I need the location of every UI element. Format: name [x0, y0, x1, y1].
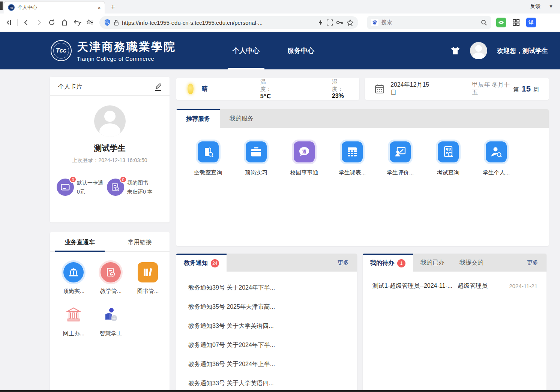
- service-item[interactable]: 学生课表...: [340, 141, 365, 176]
- last-login: 上次登录：2024-12-13 16:03:50: [58, 157, 161, 170]
- sun-icon: [188, 84, 194, 94]
- stat-label: 我的图书: [127, 180, 148, 186]
- briefcase-icon: [246, 141, 267, 162]
- service-item[interactable]: 学生个人...: [484, 141, 509, 176]
- stat-value: 0元: [77, 189, 85, 195]
- site-favicon: Tcc: [8, 4, 15, 11]
- nav-personal-center[interactable]: 个人中心: [230, 32, 263, 69]
- tab-my-done[interactable]: 我的已办: [413, 254, 452, 272]
- profile-name: 测试学生: [50, 143, 170, 153]
- chevron-down-icon[interactable]: ▼: [549, 4, 553, 9]
- campus-card-stat[interactable]: 0 默认一卡通 0元: [57, 179, 103, 197]
- service-item[interactable]: 空教室查询: [196, 141, 221, 176]
- calendar-icon: [375, 84, 384, 94]
- profile-card: 个人卡片 测试学生 上次登录：2024-12-13 16:03:50 0 默认一…: [50, 77, 170, 222]
- lightning-icon[interactable]: [318, 19, 323, 26]
- tab-my-services[interactable]: 我的服务: [220, 109, 263, 128]
- tab-common-links[interactable]: 常用链接: [110, 232, 170, 251]
- url-text[interactable]: https://info-tcc1955-edu-cn-s.tcc1955.ed…: [122, 20, 315, 26]
- status-badge: 0: [69, 176, 77, 183]
- browser-tab[interactable]: Tcc 个人中心 ×: [4, 1, 105, 14]
- week-number: 第15周: [513, 84, 539, 94]
- my-books-stat[interactable]: 0 我的图书 未归还0 本: [107, 179, 153, 197]
- eye-protect-extension-icon[interactable]: [496, 18, 506, 27]
- notice-item[interactable]: 教务通知35号 2025年天津市高...: [188, 297, 353, 317]
- quick-link-item[interactable]: 教学管...: [92, 262, 129, 295]
- toolbar-divider: [17, 19, 18, 26]
- edit-pencil-icon[interactable]: [155, 83, 161, 91]
- shield-icon[interactable]: [104, 19, 111, 26]
- tab-my-submitted[interactable]: 我提交的: [452, 254, 491, 272]
- notices-panel: 教务通知 24 更多 教务通知39号 关于2024年下半... 教务通知35号 …: [176, 254, 357, 392]
- search-input[interactable]: 搜索: [381, 19, 477, 26]
- school-name-en: Tianjin College of Commerce: [77, 56, 176, 62]
- window-fragment: [0, 2, 3, 10]
- forward-button[interactable]: [33, 17, 45, 28]
- tab-recommended-services[interactable]: 推荐服务: [176, 109, 220, 128]
- key-icon[interactable]: [336, 20, 344, 25]
- sidebar-toggle-icon[interactable]: [3, 17, 14, 28]
- screenshot-icon[interactable]: [326, 19, 333, 26]
- school-name: 天津商務職業學院: [77, 39, 176, 55]
- todo-title: 测试1-超级管理员--2024-11-...: [372, 282, 452, 290]
- todo-date: 2024-11-21: [509, 283, 537, 289]
- quick-link-item[interactable]: 网上办...: [55, 305, 92, 337]
- lock-icon[interactable]: [114, 19, 119, 26]
- tab-close-icon[interactable]: ×: [98, 5, 101, 11]
- weather-card: 晴 温度：5℃ 湿度：23%: [176, 78, 359, 100]
- back-button[interactable]: [21, 17, 32, 28]
- search-magnifier-icon[interactable]: [480, 19, 487, 26]
- quick-link-item[interactable]: 图书管...: [129, 262, 167, 295]
- home-button[interactable]: [59, 17, 70, 28]
- school-logo-icon: Tcc: [51, 40, 72, 61]
- doc-check-icon: [101, 262, 121, 282]
- new-tab-button[interactable]: +: [108, 2, 118, 12]
- service-item[interactable]: 考试 考试查询: [436, 141, 461, 176]
- search-box[interactable]: 搜索: [367, 16, 491, 29]
- extensions-grid-icon[interactable]: [511, 18, 521, 27]
- notice-item[interactable]: 教务通知33号 关于大学英语四...: [188, 317, 353, 336]
- star-icon[interactable]: [347, 19, 354, 26]
- user-avatar[interactable]: [470, 42, 487, 59]
- profile-avatar[interactable]: [94, 105, 126, 137]
- profile-card-title: 个人卡片: [58, 83, 82, 91]
- teacher-board-icon: [390, 141, 411, 162]
- notice-item[interactable]: 教务通知07号 关于2024年下半...: [188, 336, 353, 355]
- tab-my-todo[interactable]: 我的待办 1: [363, 254, 413, 272]
- feedback-link[interactable]: 反馈: [530, 3, 540, 10]
- main-content: 个人卡片 测试学生 上次登录：2024-12-13 16:03:50 0 默认一…: [0, 69, 560, 392]
- theme-shirt-icon[interactable]: [450, 46, 460, 55]
- tab-academic-notices[interactable]: 教务通知 24: [176, 254, 227, 272]
- translate-extension-icon[interactable]: 译: [526, 18, 536, 27]
- weather-condition: 晴: [202, 85, 208, 93]
- notice-item[interactable]: 教务通知39号 关于2024年下半...: [188, 278, 353, 297]
- todos-panel: 我的待办 1 我的已办 我提交的 更多 测试1-超级管理员--2024-11-.…: [363, 254, 546, 392]
- todos-more-link[interactable]: 更多: [527, 259, 546, 266]
- chat-tong-icon: 通: [294, 141, 315, 162]
- bookmarks-list-icon[interactable]: [84, 17, 96, 28]
- person-book-icon: [101, 305, 121, 325]
- tab-business-express[interactable]: 业务直通车: [50, 232, 110, 251]
- notice-item[interactable]: 教务通知36号 关于2024年上半...: [188, 355, 353, 374]
- person-search-icon: [486, 141, 507, 162]
- quick-link-item[interactable]: 智慧学工: [92, 305, 129, 337]
- todo-item[interactable]: 测试1-超级管理员--2024-11-... 超级管理员 2024-11-21: [363, 272, 546, 290]
- services-card: 推荐服务 我的服务 空教室查询 顶岗实习: [176, 109, 549, 246]
- baidu-paw-icon: [371, 19, 378, 26]
- browser-toolbar: https://info-tcc1955-edu-cn-s.tcc1955.ed…: [0, 14, 560, 32]
- browser-tabstrip: Tcc 个人中心 × + 反馈 ▼: [0, 0, 560, 14]
- reload-button[interactable]: [46, 17, 57, 28]
- notice-item[interactable]: 教务通知33号 关于大学英语四...: [188, 374, 353, 392]
- undo-button[interactable]: [72, 17, 83, 28]
- url-bar[interactable]: https://info-tcc1955-edu-cn-s.tcc1955.ed…: [99, 16, 358, 29]
- service-item[interactable]: 顶岗实习: [244, 141, 269, 176]
- welcome-text: 欢迎您，测试学生: [497, 47, 548, 55]
- door-search-icon: [198, 141, 219, 162]
- service-item[interactable]: 学生评价...: [388, 141, 413, 176]
- temperature: 温度：5℃: [260, 78, 276, 100]
- quick-link-item[interactable]: 顶岗实...: [55, 262, 92, 295]
- service-item[interactable]: 通 校园事事通: [292, 141, 317, 176]
- nav-service-center[interactable]: 服务中心: [284, 32, 317, 69]
- school-logo[interactable]: Tcc 天津商務職業學院 Tianjin College of Commerce: [51, 39, 176, 62]
- notices-more-link[interactable]: 更多: [338, 259, 357, 266]
